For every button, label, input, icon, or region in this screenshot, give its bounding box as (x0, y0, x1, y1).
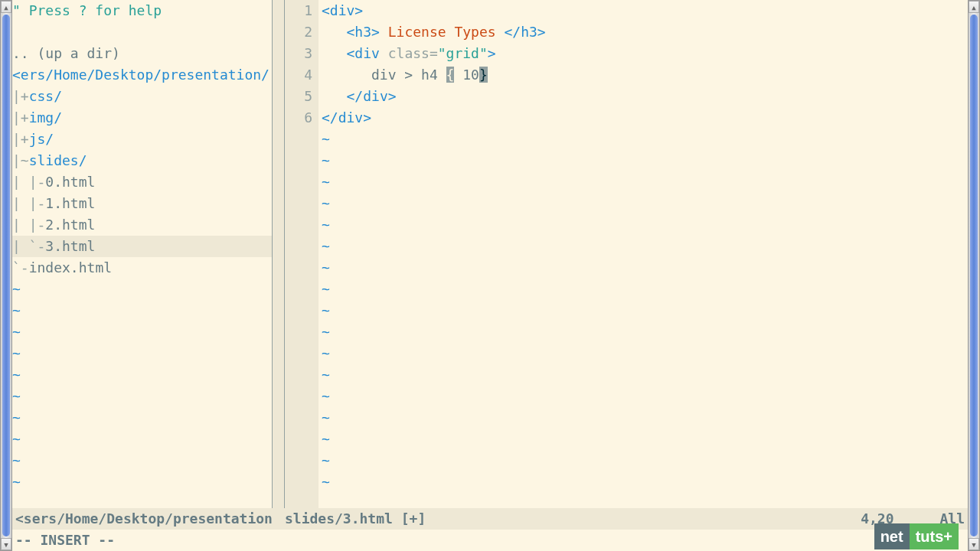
empty-line: ~ (322, 386, 968, 407)
vim-editor: " Press ? for help .. (up a dir) <ers/Ho… (12, 0, 968, 551)
code-line[interactable]: <div> (322, 0, 968, 21)
line-number: 4 (285, 64, 312, 86)
empty-line: ~ (12, 407, 272, 429)
logo-tuts: tuts+ (910, 523, 959, 549)
line-number: 2 (285, 21, 312, 43)
code-line[interactable]: <div class="grid"> (322, 43, 968, 64)
tree-item[interactable]: | |-2.html (12, 214, 272, 236)
empty-line: ~ (12, 386, 272, 407)
empty-line: ~ (322, 214, 968, 236)
scroll-down-icon[interactable]: ▼ (969, 538, 979, 550)
empty-line: ~ (12, 300, 272, 321)
tree-item[interactable]: | `-3.html (12, 236, 272, 257)
scrollbar-thumb[interactable] (2, 15, 10, 536)
line-number: 6 (285, 107, 312, 129)
nerdtree-pane[interactable]: " Press ? for help .. (up a dir) <ers/Ho… (12, 0, 273, 508)
code-pane[interactable]: 123456 <div> <h3> License Types </h3> <d… (285, 0, 968, 508)
statusbar: <sers/Home/Desktop/presentation slides/3… (12, 508, 968, 530)
code-content[interactable]: <div> <h3> License Types </h3> <div clas… (318, 0, 968, 508)
empty-line: ~ (322, 364, 968, 386)
empty-line: ~ (12, 450, 272, 471)
line-number: 5 (285, 86, 312, 107)
empty-line: ~ (322, 150, 968, 171)
empty-line: ~ (322, 236, 968, 257)
empty-line: ~ (12, 279, 272, 300)
vim-mode: -- INSERT -- (15, 530, 115, 551)
scroll-up-icon[interactable]: ▲ (1, 1, 11, 13)
code-line[interactable]: <h3> License Types </h3> (322, 21, 968, 43)
empty-line: ~ (322, 407, 968, 429)
empty-line: ~ (322, 321, 968, 343)
empty-line: ~ (12, 429, 272, 450)
tree-item[interactable]: |+css/ (12, 86, 272, 107)
empty-line: ~ (322, 343, 968, 364)
status-left-path: <sers/Home/Desktop/presentation (15, 508, 276, 530)
line-number-gutter: 123456 (285, 0, 318, 508)
empty-line: ~ (322, 257, 968, 279)
mode-line: -- INSERT -- net tuts+ (12, 530, 968, 551)
empty-line: ~ (322, 471, 968, 493)
scrollbar-thumb[interactable] (970, 15, 978, 536)
nerdtree-updir[interactable]: .. (up a dir) (12, 43, 272, 64)
empty-line: ~ (322, 450, 968, 471)
scrollbar-right[interactable]: ▲ ▼ (968, 0, 980, 551)
scroll-up-icon[interactable]: ▲ (969, 1, 979, 13)
scrollbar-left[interactable]: ▲ ▼ (0, 0, 12, 551)
empty-line: ~ (12, 343, 272, 364)
code-line[interactable]: div > h4 { 10} (322, 64, 968, 86)
empty-line: ~ (322, 129, 968, 150)
tree-item[interactable]: | |-0.html (12, 171, 272, 193)
tree-item[interactable]: | |-1.html (12, 193, 272, 214)
line-number: 3 (285, 43, 312, 64)
empty-line: ~ (12, 321, 272, 343)
empty-line: ~ (12, 471, 272, 493)
line-number: 1 (285, 0, 312, 21)
empty-line: ~ (12, 364, 272, 386)
nettuts-logo: net tuts+ (874, 523, 959, 549)
empty-line: ~ (322, 171, 968, 193)
blank (12, 21, 272, 43)
tree-item[interactable]: |~slides/ (12, 150, 272, 171)
tree-item[interactable]: |+js/ (12, 129, 272, 150)
empty-line: ~ (322, 429, 968, 450)
status-filename: slides/3.html [+] (276, 508, 861, 530)
pane-divider (273, 0, 285, 508)
scroll-down-icon[interactable]: ▼ (1, 538, 11, 550)
tree-item[interactable]: |+img/ (12, 107, 272, 129)
nerdtree-help: " Press ? for help (12, 0, 272, 21)
empty-line: ~ (322, 193, 968, 214)
code-line[interactable]: </div> (322, 107, 968, 129)
empty-line: ~ (322, 300, 968, 321)
logo-net: net (874, 523, 910, 549)
empty-line: ~ (322, 279, 968, 300)
tree-item[interactable]: `-index.html (12, 257, 272, 279)
code-line[interactable]: </div> (322, 86, 968, 107)
nerdtree-root[interactable]: <ers/Home/Desktop/presentation/ (12, 64, 272, 86)
